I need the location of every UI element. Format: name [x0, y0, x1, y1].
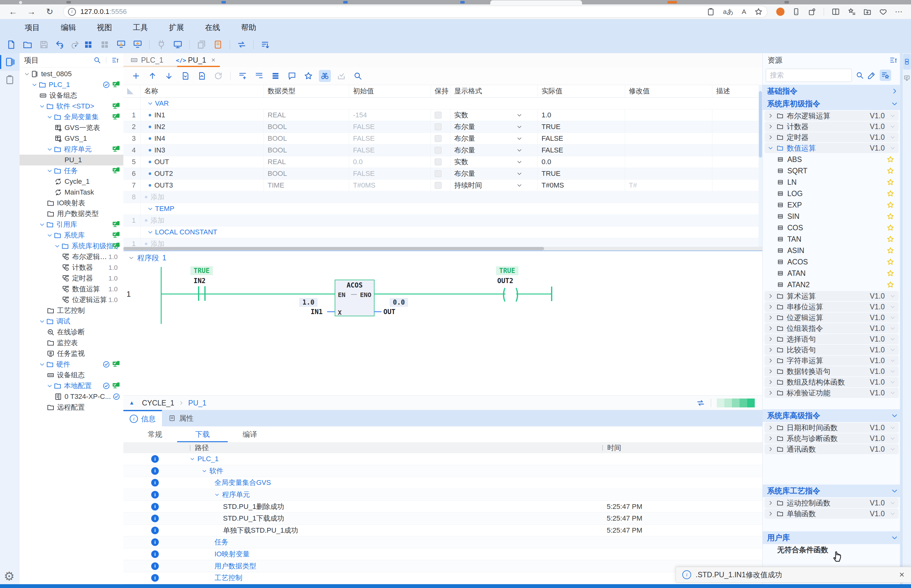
browser-tab-strip[interactable] — [0, 0, 911, 5]
retain-checkbox[interactable] — [435, 111, 442, 119]
tree-item[interactable]: 监控表 — [19, 338, 123, 348]
var-toolbar-button[interactable] — [255, 71, 263, 80]
log-row[interactable]: i PLC_1 — [123, 453, 762, 465]
resource-item[interactable]: 通讯函数V1.0 — [764, 444, 899, 454]
resource-search-input[interactable] — [766, 69, 852, 82]
favorite-star-icon[interactable] — [754, 8, 762, 16]
favorite-star-icon[interactable] — [887, 258, 894, 266]
resource-function[interactable]: ATAN2 — [762, 279, 903, 290]
resource-item[interactable]: 计数器V1.0 — [764, 121, 899, 132]
tree-sort-icon[interactable] — [111, 56, 119, 64]
var-toolbar-button[interactable] — [337, 71, 346, 80]
translate-icon[interactable]: aあ — [723, 7, 733, 16]
read-aloud-icon[interactable]: A — [742, 8, 746, 16]
back-button[interactable]: ← — [8, 6, 18, 17]
menu-item[interactable]: 帮助 — [241, 23, 256, 32]
contact-name[interactable]: IN2 — [194, 277, 206, 285]
subtab-download[interactable]: 下载 — [184, 426, 221, 442]
modify-value-cell[interactable] — [625, 168, 712, 179]
favorite-star-icon[interactable] — [887, 270, 894, 277]
resource-group-header[interactable]: 系统库初级指令 — [762, 97, 903, 110]
log-row[interactable]: i 软件 — [123, 465, 762, 477]
subtab-compile[interactable]: 编译 — [231, 426, 269, 442]
resource-item[interactable]: 单轴函数V1.0 — [764, 509, 899, 519]
toolbar-button[interactable] — [84, 40, 93, 49]
favorite-star-icon[interactable] — [887, 156, 894, 163]
resource-item[interactable]: 布尔逻辑运算V1.0 — [764, 111, 899, 121]
variable-row[interactable]: 6 OUT2 BOOL FALSE 布尔量 TRUE — [123, 168, 762, 180]
menu-item[interactable]: 在线 — [205, 23, 220, 32]
edit-library-icon[interactable] — [867, 71, 876, 79]
subtab-general[interactable]: 常规 — [136, 426, 174, 442]
toolbar-button[interactable] — [133, 40, 142, 49]
toolbar-button[interactable] — [173, 40, 183, 49]
toolbar-button[interactable] — [213, 40, 223, 49]
site-info-icon[interactable]: i — [68, 8, 76, 16]
tree-item[interactable]: 设备组态 — [19, 90, 123, 101]
select-all-corner[interactable] — [127, 88, 134, 94]
rail-item[interactable] — [0, 71, 19, 89]
toolbar-button[interactable] — [237, 40, 246, 49]
table-horizontal-scrollbar[interactable] — [123, 247, 762, 250]
resource-function[interactable]: TAN — [762, 233, 903, 245]
var-toolbar-button[interactable] — [132, 71, 141, 80]
var-toolbar-button[interactable] — [197, 71, 206, 80]
tree-item[interactable]: 任务 — [19, 165, 123, 176]
toolbar-button[interactable] — [157, 40, 166, 49]
favorites-filter-icon[interactable] — [880, 69, 891, 81]
variable-row[interactable]: 5 OUT REAL 0.0 实数 0.0 — [123, 156, 762, 168]
input-variable[interactable]: IN1 — [311, 308, 323, 316]
display-format-select[interactable]: 实数 — [451, 110, 538, 121]
table-vertical-scrollbar[interactable] — [759, 85, 762, 247]
log-row[interactable]: i 任务 — [123, 536, 762, 548]
log-row[interactable]: i STD.PU_1下载成功 5:25:47 PM — [123, 513, 762, 525]
tree-item[interactable]: 程序单元 — [19, 144, 123, 155]
var-toolbar-button[interactable] — [288, 71, 296, 80]
log-row[interactable]: i 程序单元 — [123, 489, 762, 501]
var-toolbar-button[interactable] — [181, 71, 190, 80]
log-row[interactable]: i 用户数据类型 — [123, 560, 762, 572]
tree-search-icon[interactable] — [93, 56, 101, 64]
favorites-icon[interactable] — [847, 8, 856, 16]
retain-checkbox[interactable] — [435, 147, 442, 154]
resource-item[interactable]: 系统与诊断函数V1.0 — [764, 433, 899, 443]
table-group-row[interactable]: LOCAL CONSTANT — [123, 226, 762, 238]
log-row[interactable]: i IO映射变量 — [123, 548, 762, 561]
var-toolbar-button[interactable] — [214, 71, 223, 80]
tree-item[interactable]: 用户数据类型 — [19, 208, 123, 219]
resource-item[interactable]: 选择语句V1.0 — [764, 334, 899, 344]
tree-item[interactable]: 工艺控制 — [19, 305, 123, 316]
favorite-star-icon[interactable] — [887, 201, 894, 209]
resource-item[interactable]: 算术运算V1.0 — [764, 291, 899, 301]
menu-item[interactable]: 视图 — [97, 23, 112, 32]
tree-item[interactable]: 计数器 1.0 — [19, 262, 123, 273]
resource-item[interactable]: 串移位运算V1.0 — [764, 302, 899, 312]
display-format-select[interactable]: 持续时间 — [451, 180, 538, 191]
favorite-star-icon[interactable] — [887, 281, 894, 289]
log-row[interactable]: i 单独下载STD.PU_1成功 5:25:47 PM — [123, 525, 762, 537]
modify-value-cell[interactable] — [625, 110, 712, 121]
tree-item[interactable]: 调试 — [19, 316, 123, 327]
toolbar-button[interactable] — [197, 40, 206, 49]
resource-group-header[interactable]: 系统库工艺指令 — [762, 485, 903, 497]
toolbar-button[interactable] — [6, 40, 16, 49]
tree-item[interactable]: 本地配置 — [19, 381, 123, 391]
log-row[interactable]: i STD.PU_1删除成功 5:25:47 PM — [123, 501, 762, 513]
tree-item[interactable]: 位逻辑运算 1.0 — [19, 294, 123, 305]
modify-value-cell[interactable] — [625, 156, 712, 168]
collapse-panel-icon[interactable]: ▲ — [129, 400, 134, 406]
resource-function[interactable]: EXP — [762, 199, 903, 211]
breadcrumb-program[interactable]: PU_1 — [188, 399, 207, 407]
menu-item[interactable]: 工具 — [133, 23, 148, 32]
display-format-select[interactable]: 布尔量 — [451, 168, 538, 179]
retain-checkbox[interactable] — [435, 123, 442, 130]
log-row[interactable]: i 全局变量集合GVS — [123, 477, 762, 489]
tab-properties[interactable]: 属性 — [162, 410, 200, 426]
resource-item[interactable]: 日期和时间函数V1.0 — [764, 423, 899, 433]
menu-item[interactable]: 项目 — [25, 23, 40, 32]
table-add-row[interactable]: 8 添加 — [123, 191, 762, 203]
table-add-row[interactable]: 1 添加 — [123, 215, 762, 226]
resource-function[interactable]: SIN — [762, 211, 903, 222]
coil-name[interactable]: OUT2 — [497, 277, 514, 285]
tab-pu1[interactable]: </>PU_1 × — [170, 53, 222, 67]
